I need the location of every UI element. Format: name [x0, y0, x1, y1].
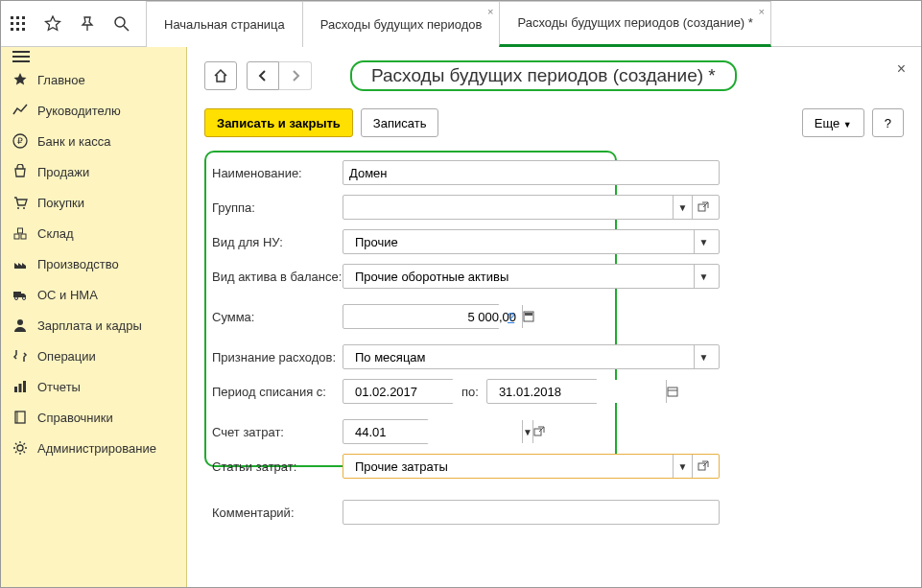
svg-rect-4	[16, 22, 19, 25]
vidnu-input[interactable]	[349, 230, 694, 253]
period-from-label: Период списания с:	[212, 385, 343, 399]
period-from-input-wrap	[343, 379, 454, 404]
svg-rect-1	[16, 16, 19, 19]
sidebar-item-hr[interactable]: Зарплата и кадры	[1, 310, 186, 341]
svg-rect-18	[13, 292, 21, 297]
close-form-icon[interactable]: ×	[897, 60, 906, 78]
home-button[interactable]	[204, 61, 237, 90]
search-icon[interactable]	[105, 1, 139, 47]
help-button[interactable]: ?	[872, 108, 904, 137]
tab-rbp-create[interactable]: Расходы будущих периодов (создание) *×	[499, 1, 770, 47]
sidebar-item-manager[interactable]: Руководителю	[1, 95, 186, 126]
sidebar-label: ОС и НМА	[37, 288, 98, 302]
asset-input[interactable]	[349, 265, 694, 288]
sidebar-item-production[interactable]: Производство	[1, 248, 186, 279]
svg-rect-8	[22, 28, 25, 31]
close-icon[interactable]: ×	[758, 6, 764, 17]
recognition-select[interactable]: ▼	[343, 344, 720, 369]
apps-icon[interactable]	[1, 1, 35, 47]
svg-rect-5	[22, 22, 25, 25]
svg-rect-2	[22, 16, 25, 19]
asset-select[interactable]: ▼	[343, 264, 720, 289]
vidnu-select[interactable]: ▼	[343, 229, 720, 254]
sidebar-item-sales[interactable]: Продажи	[1, 156, 186, 187]
save-button[interactable]: Записать	[361, 108, 439, 137]
open-external-icon[interactable]	[692, 196, 713, 219]
recognition-label: Признание расходов:	[212, 350, 343, 365]
more-button[interactable]: Еще ▼	[802, 108, 864, 137]
asset-label: Вид актива в балансе:	[212, 270, 343, 284]
svg-rect-6	[11, 28, 13, 31]
calendar-icon[interactable]	[666, 380, 678, 403]
svg-line-10	[124, 26, 129, 31]
sidebar-label: Отчеты	[37, 380, 81, 394]
sum-label: Сумма:	[212, 310, 343, 324]
svg-point-27	[17, 445, 23, 451]
sidebar-label: Зарплата и кадры	[37, 318, 142, 333]
account-select[interactable]: ▼	[343, 419, 429, 444]
svg-rect-7	[16, 28, 19, 31]
tab-label: Начальная страница	[164, 17, 285, 32]
sidebar-label: Продажи	[37, 165, 89, 179]
chevron-down-icon[interactable]: ▼	[694, 345, 713, 368]
sidebar-item-directories[interactable]: Справочники	[1, 402, 186, 433]
sidebar-label: Руководителю	[37, 104, 121, 118]
pin-icon[interactable]	[70, 1, 105, 47]
svg-rect-24	[23, 381, 26, 392]
sidebar-item-assets[interactable]: ОС и НМА	[1, 279, 186, 310]
tab-home[interactable]: Начальная страница	[146, 1, 303, 47]
sum-input-wrap	[343, 304, 500, 329]
svg-point-20	[23, 297, 26, 300]
svg-point-9	[115, 17, 125, 27]
tab-rbp[interactable]: Расходы будущих периодов×	[302, 1, 501, 47]
recognition-input[interactable]	[349, 345, 694, 368]
sidebar-item-admin[interactable]: Администрирование	[1, 433, 186, 463]
star-icon[interactable]	[35, 1, 70, 47]
comment-label: Комментарий:	[212, 506, 343, 520]
chevron-down-icon[interactable]: ▼	[694, 230, 713, 253]
costitems-input[interactable]	[349, 455, 673, 478]
page-title: Расходы будущих периодов (создание) *	[350, 60, 737, 91]
sidebar-item-bank[interactable]: ₽Банк и касса	[1, 126, 186, 156]
chevron-down-icon[interactable]: ▼	[673, 196, 692, 219]
group-select[interactable]: ▼	[343, 195, 720, 220]
sidebar-label: Главное	[37, 73, 85, 87]
period-to-input[interactable]	[493, 380, 666, 403]
group-input[interactable]	[349, 196, 673, 219]
svg-rect-22	[14, 387, 17, 392]
sidebar-label: Администрирование	[37, 441, 156, 456]
open-external-icon[interactable]	[532, 420, 545, 443]
back-button[interactable]	[247, 61, 279, 90]
name-input[interactable]	[343, 160, 720, 185]
chevron-down-icon[interactable]: ▼	[673, 455, 692, 478]
svg-rect-0	[11, 16, 13, 19]
sidebar-item-warehouse[interactable]: Склад	[1, 218, 186, 248]
svg-rect-15	[14, 234, 19, 239]
group-label: Группа:	[212, 200, 343, 215]
svg-point-13	[17, 207, 19, 209]
sum-help-link[interactable]: ?	[508, 310, 514, 324]
sidebar-item-reports[interactable]: Отчеты	[1, 371, 186, 402]
period-to-input-wrap	[486, 379, 598, 404]
save-close-button[interactable]: Записать и закрыть	[204, 108, 353, 137]
sidebar-item-main[interactable]: Главное	[1, 64, 186, 95]
close-icon[interactable]: ×	[487, 6, 493, 17]
account-input[interactable]	[349, 420, 522, 443]
forward-button[interactable]	[279, 61, 312, 90]
svg-rect-3	[11, 22, 13, 25]
svg-rect-36	[698, 463, 705, 470]
menu-toggle-icon[interactable]	[1, 53, 186, 64]
comment-input[interactable]	[343, 500, 720, 525]
calculator-icon[interactable]	[522, 305, 534, 328]
open-external-icon[interactable]	[692, 455, 713, 478]
sidebar-item-operations[interactable]: Операции	[1, 341, 186, 371]
sidebar-label: Склад	[37, 226, 74, 241]
period-to-label: по:	[461, 385, 479, 399]
costitems-select[interactable]: ▼	[343, 454, 720, 479]
sidebar-item-purchases[interactable]: Покупки	[1, 187, 186, 218]
tab-label: Расходы будущих периодов	[320, 17, 483, 32]
sum-input[interactable]	[349, 305, 522, 328]
chevron-down-icon[interactable]: ▼	[694, 265, 713, 288]
more-label: Еще	[815, 116, 839, 130]
chevron-down-icon[interactable]: ▼	[522, 420, 532, 443]
